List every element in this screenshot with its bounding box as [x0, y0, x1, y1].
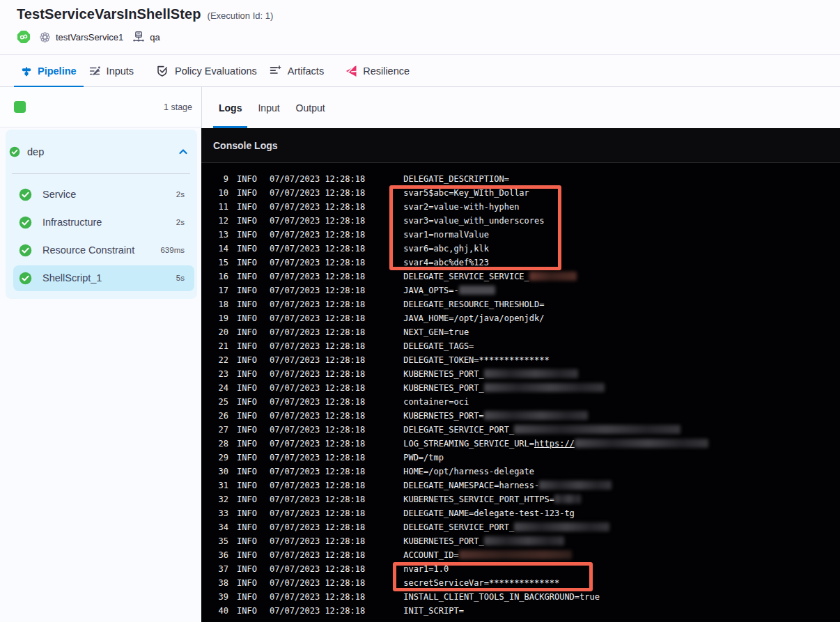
tab-policy-evaluations[interactable]: Policy Evaluations	[149, 55, 264, 86]
log-line-number: 35	[201, 534, 228, 548]
artifacts-icon	[269, 64, 282, 77]
step-list: Service2sInfrastructure2sResource Constr…	[6, 174, 197, 291]
log-message: KUBERNETES_PORT_	[403, 536, 564, 546]
log-line-number: 27	[201, 423, 228, 437]
log-level: INFO	[237, 327, 257, 337]
log-line-number: 28	[201, 437, 228, 451]
policy-icon	[156, 64, 169, 77]
execution-sidebar: 1 stage dep Service2sInfrastructure2sRes…	[0, 87, 201, 622]
log-message: INSTALL_CLIENT_TOOLS_IN_BACKGROUND=true	[403, 592, 600, 602]
log-message: NEXT_GEN=true	[403, 327, 469, 337]
console-tab-input[interactable]: Input	[252, 87, 285, 128]
log-level: INFO	[237, 369, 257, 379]
step-duration: 5s	[176, 274, 185, 282]
console-log-area[interactable]: 9INFO07/07/2023 12:28:18DELEGATE_DESCRIP…	[201, 163, 840, 622]
log-link[interactable]: https://	[534, 439, 575, 449]
log-timestamp: 07/07/2023 12:28:18	[270, 467, 365, 476]
redacted-blur	[459, 286, 495, 295]
log-line-number: 22	[201, 353, 228, 367]
step-row-shellscript-1[interactable]: ShellScript_15s	[13, 265, 194, 291]
log-message: svar6=abc,ghj,klk	[403, 244, 489, 254]
log-line-18: 18INFO07/07/2023 12:28:18DELEGATE_RESOUR…	[201, 297, 840, 311]
service-name[interactable]: testVarsService1	[56, 32, 123, 42]
log-timestamp: 07/07/2023 12:28:18	[270, 202, 365, 212]
log-line-number: 18	[201, 297, 228, 311]
chevron-up-icon[interactable]	[178, 146, 189, 157]
step-row-resource-constraint[interactable]: Resource Constraint639ms	[6, 236, 197, 264]
log-line-number: 33	[201, 506, 228, 520]
tab-inputs[interactable]: Inputs	[81, 55, 141, 86]
log-level: INFO	[237, 313, 257, 323]
log-line-number: 23	[201, 367, 228, 381]
environment-name[interactable]: qa	[150, 32, 160, 42]
log-line-number: 31	[201, 479, 228, 492]
log-line-19: 19INFO07/07/2023 12:28:18JAVA_HOME=/opt/…	[201, 311, 840, 325]
tab-label: Inputs	[107, 65, 134, 77]
step-success-icon	[19, 188, 32, 201]
log-timestamp: 07/07/2023 12:28:18	[270, 522, 365, 532]
console-logs-title: Console Logs	[213, 140, 278, 151]
execution-header: TestServiceVarsInShellStep (Execution Id…	[0, 0, 840, 55]
log-console: LogsInputOutput Console Logs 9INFO07/07/…	[201, 87, 840, 622]
log-level: INFO	[237, 564, 257, 574]
log-line-number: 26	[201, 409, 228, 423]
log-timestamp: 07/07/2023 12:28:18	[270, 411, 365, 421]
log-message: KUBERNETES_PORT=	[403, 411, 588, 421]
log-line-16: 16INFO07/07/2023 12:28:18DELEGATE_SERVIC…	[201, 270, 840, 283]
step-row-service[interactable]: Service2s	[6, 180, 197, 208]
log-message: DELEGATE_SERVICE_PORT_	[403, 522, 609, 532]
log-message: svar1=normalValue	[403, 230, 489, 240]
log-line-number: 39	[201, 590, 228, 604]
log-level: INFO	[237, 383, 257, 393]
tab-resilience[interactable]: Resilience	[338, 55, 417, 86]
log-timestamp: 07/07/2023 12:28:18	[270, 355, 365, 365]
redacted-blur	[459, 550, 572, 559]
step-duration: 2s	[176, 218, 185, 226]
log-line-13: 13INFO07/07/2023 12:28:18svar1=normalVal…	[201, 228, 840, 242]
log-message: JAVA_OPTS=-	[403, 286, 495, 295]
redacted-blur	[514, 425, 680, 434]
tab-label: Pipeline	[38, 65, 77, 77]
log-line-39: 39INFO07/07/2023 12:28:18INSTALL_CLIENT_…	[201, 590, 840, 604]
console-tab-output[interactable]: Output	[290, 87, 331, 128]
log-level: INFO	[237, 550, 257, 560]
stage-row-dep[interactable]: dep	[6, 130, 197, 173]
step-success-icon	[19, 272, 32, 285]
log-timestamp: 07/07/2023 12:28:18	[270, 258, 365, 267]
log-message: DELEGATE_NAME=delegate-test-123-tg	[403, 508, 575, 518]
log-line-12: 12INFO07/07/2023 12:28:18svar3=value_wit…	[201, 214, 840, 228]
log-message: DELEGATE_TAGS=	[403, 341, 474, 351]
tab-artifacts[interactable]: Artifacts	[262, 55, 331, 86]
step-duration: 639ms	[160, 246, 185, 254]
step-name: Resource Constraint	[42, 244, 134, 256]
log-message: svar4=abc%def%123	[403, 258, 489, 267]
page-title: TestServiceVarsInShellStep	[17, 6, 201, 22]
log-line-38: 38INFO07/07/2023 12:28:18secretServiceVa…	[201, 576, 840, 590]
log-line-40: 40INFO07/07/2023 12:28:18INIT_SCRIPT=	[201, 604, 840, 618]
step-name: Service	[42, 189, 76, 200]
cd-module-icon	[17, 30, 31, 44]
log-level: INFO	[237, 467, 257, 476]
redacted-blur	[529, 272, 577, 281]
redacted-blur	[514, 522, 609, 531]
log-level: INFO	[237, 355, 257, 365]
log-line-number: 15	[201, 256, 228, 270]
log-message: HOME=/opt/harness-delegate	[403, 467, 534, 476]
log-line-number: 21	[201, 339, 228, 353]
tab-pipeline[interactable]: Pipeline	[14, 55, 84, 86]
log-line-number: 19	[201, 311, 228, 325]
log-level: INFO	[237, 411, 257, 421]
stage-success-icon	[9, 146, 20, 157]
log-line-23: 23INFO07/07/2023 12:28:18KUBERNETES_PORT…	[201, 367, 840, 381]
log-line-number: 13	[201, 228, 228, 242]
log-timestamp: 07/07/2023 12:28:18	[270, 397, 365, 407]
log-level: INFO	[237, 578, 257, 588]
log-timestamp: 07/07/2023 12:28:18	[270, 174, 365, 184]
log-message: PWD=/tmp	[403, 453, 444, 462]
console-tab-logs[interactable]: Logs	[213, 87, 247, 128]
log-level: INFO	[237, 174, 257, 184]
step-row-infrastructure[interactable]: Infrastructure2s	[6, 208, 197, 236]
log-timestamp: 07/07/2023 12:28:18	[270, 453, 365, 462]
log-level: INFO	[237, 272, 257, 281]
inputs-icon	[88, 65, 101, 77]
